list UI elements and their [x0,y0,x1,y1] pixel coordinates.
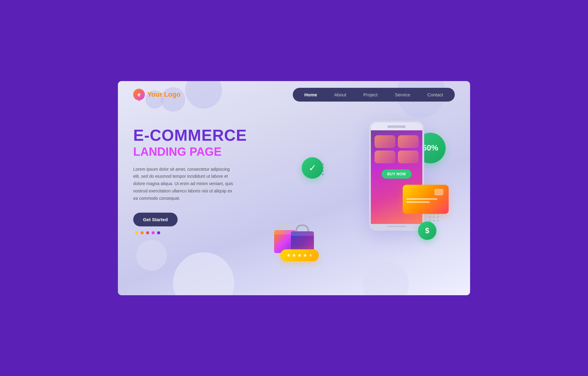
star-icon: ★ [308,252,313,258]
nav-item-home[interactable]: Home [302,91,320,99]
dots-row [133,231,262,234]
left-panel: E-COMMERCE LANDING PAGE Lorem ipsum dolo… [133,114,262,270]
nav-item-about[interactable]: About [332,91,349,99]
star-icon: ★ [303,252,307,258]
logo-icon: e [133,89,145,100]
dot-1 [135,231,138,234]
dollar-icon: $ [425,226,429,235]
header: e Your Logo Home About Project Service C… [118,81,470,108]
star-icon: ★ [286,252,291,258]
logo-area: e Your Logo [133,89,293,100]
credit-card [403,185,449,214]
hero-description: Lorem ipsum dolor sit amet, consectetur … [133,166,237,202]
nav-item-service[interactable]: Service [392,91,413,99]
navigation: Home About Project Service Contact [293,88,455,102]
star-icon: ★ [292,252,296,258]
dot-4 [152,231,155,234]
app-icon [398,135,419,148]
app-icon [375,135,395,148]
page-container: e Your Logo Home About Project Service C… [118,81,470,295]
phone-illustration: BUY NOW [369,121,424,231]
hero-title-main: E-COMMERCE [133,127,262,144]
cta-button[interactable]: Get Started [133,213,178,226]
main-content: E-COMMERCE LANDING PAGE Lorem ipsum dolo… [118,108,470,280]
nav-item-contact[interactable]: Contact [425,91,446,99]
discount-text: 50% [422,143,438,153]
buy-now-button[interactable]: BUY NOW [382,169,411,179]
card-line [406,201,430,203]
phone-notch [387,125,406,128]
right-panel: 50% ✓ BUY NOW [262,114,455,270]
star-rating: ★ ★ ★ ★ ★ [280,249,319,261]
phone-home-bar [387,226,406,227]
check-badge: ✓ [302,157,323,179]
dot-pattern-right [429,213,439,222]
app-icon [375,151,395,163]
star-icon: ★ [297,252,302,258]
logo-text: Your Logo [147,91,180,99]
card-line [406,198,437,200]
dot-5 [157,231,160,234]
hero-title-sub: LANDING PAGE [133,145,262,158]
dot-3 [146,231,149,234]
checkmark-icon: ✓ [309,162,316,173]
dot-2 [141,231,144,234]
app-icons-grid [375,135,419,163]
card-chip [435,189,443,195]
app-icon [398,151,419,163]
nav-item-project[interactable]: Project [361,91,380,99]
logo-letter: e [138,91,141,98]
svg-rect-3 [291,231,314,236]
dollar-badge: $ [418,222,436,240]
card-lines [406,198,445,203]
